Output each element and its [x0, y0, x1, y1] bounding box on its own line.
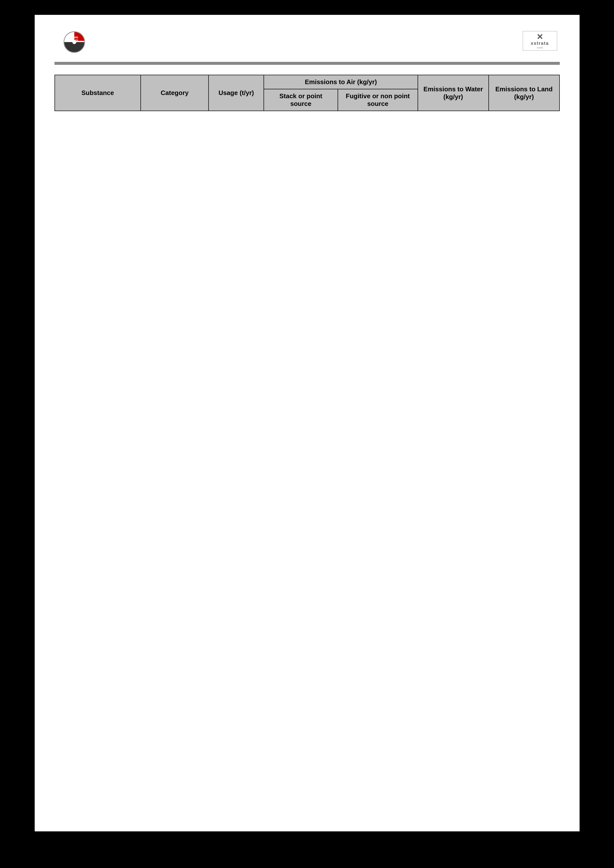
col-header-fugitive: Fugitive or non point source [338, 89, 418, 111]
logo-right: ✕ xstrata coal [520, 30, 560, 52]
col-header-category: Category [141, 75, 208, 111]
logo-left: JOAN JOAN [54, 30, 94, 54]
svg-point-4 [72, 40, 76, 44]
col-header-emissions-air: Emissions to Air (kg/yr) [264, 75, 418, 89]
col-header-usage: Usage (t/yr) [208, 75, 264, 111]
col-header-substance: Substance [55, 75, 141, 111]
col-header-emissions-land: Emissions to Land (kg/yr) [489, 75, 560, 111]
page-header: JOAN JOAN ✕ xstrata coal [54, 30, 560, 54]
xstrata-logo-box: ✕ xstrata coal [522, 31, 557, 51]
xstrata-x-icon: ✕ [536, 33, 543, 41]
xstrata-name: xstrata [531, 41, 549, 46]
table-header-row-1: Substance Category Usage (t/yr) Emission… [55, 75, 560, 89]
header-divider [54, 62, 560, 65]
col-header-emissions-water: Emissions to Water (kg/yr) [418, 75, 489, 111]
page: JOAN JOAN ✕ xstrata coal Substance Categ… [35, 15, 580, 831]
left-logo-svg: JOAN JOAN [58, 31, 90, 53]
svg-text:JOAN: JOAN [70, 36, 78, 39]
xstrata-subtext: coal [537, 46, 542, 49]
col-header-stack: Stack or point source [264, 89, 337, 111]
emissions-table: Substance Category Usage (t/yr) Emission… [54, 75, 560, 111]
